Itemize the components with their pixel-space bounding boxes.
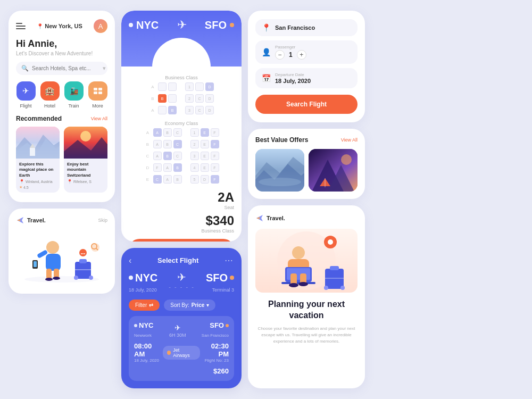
eco-A2[interactable]: B xyxy=(163,128,172,137)
depart-date: 18 July, 2020 xyxy=(129,287,157,293)
more-options-icon[interactable]: ⋯ xyxy=(225,255,234,265)
eco-D4[interactable]: 4 xyxy=(190,163,199,172)
eco-A5[interactable]: E xyxy=(201,128,209,137)
seat-A3[interactable]: 1 xyxy=(185,82,194,91)
seat-B4[interactable]: C xyxy=(195,94,204,103)
sort-button[interactable]: Sort By: Price ▾ xyxy=(164,300,215,311)
eco-C2[interactable]: B xyxy=(163,152,172,160)
arrive-city: SFO xyxy=(206,272,228,284)
svg-point-10 xyxy=(80,131,91,142)
eco-B5[interactable]: E xyxy=(201,140,209,148)
best-value-title: Best Value Offers xyxy=(255,136,308,144)
seat-A5[interactable]: D xyxy=(205,82,214,91)
search-bar[interactable]: 🔍 ▾ xyxy=(16,62,107,75)
select-flight-header: ‹ Select Flight ⋯ xyxy=(129,255,234,265)
flight-list-item[interactable]: NYC Newwork ✈ 6H 30M SFO San Francisco xyxy=(129,316,234,381)
category-more[interactable]: More xyxy=(88,81,107,109)
bv-card-lake[interactable] xyxy=(255,149,304,192)
from-dot xyxy=(129,23,133,27)
fi-plane-icon: ✈ xyxy=(174,323,181,332)
best-value-section: Best Value Offers View All xyxy=(248,129,365,199)
flight-label: Flight xyxy=(20,103,31,109)
fi-to-dot xyxy=(226,324,229,327)
eco-C1[interactable]: A xyxy=(153,152,162,160)
search-input[interactable] xyxy=(32,65,99,71)
seat-C5[interactable]: D xyxy=(205,106,214,114)
svg-point-16 xyxy=(89,276,93,280)
eco-D3[interactable]: B xyxy=(173,163,182,172)
seat-B5[interactable]: D xyxy=(205,94,214,103)
eco-B1[interactable]: A xyxy=(153,140,162,148)
eco-E3[interactable]: B xyxy=(173,175,182,184)
eco-D1[interactable]: F xyxy=(153,163,162,172)
seat-B2[interactable] xyxy=(168,94,177,103)
planning-title: Planning your next vacation xyxy=(255,299,358,321)
column-2: NYC ✈ SFO Business Class A xyxy=(121,11,242,388)
eco-C6[interactable]: F xyxy=(211,152,219,160)
travel-illustration: ••• xyxy=(16,230,107,283)
avatar[interactable]: A xyxy=(94,19,107,33)
filter-button[interactable]: Filter ⇄ xyxy=(129,300,160,311)
eco-E2[interactable]: A xyxy=(163,175,172,184)
eco-E6[interactable]: F xyxy=(211,175,219,184)
fi-duration: 6H 30M xyxy=(169,332,186,338)
eco-B3[interactable]: C xyxy=(173,140,182,148)
checkout-button[interactable]: Checkout xyxy=(129,239,234,242)
seat-B3[interactable]: 2 xyxy=(185,94,194,103)
increase-passenger-button[interactable]: + xyxy=(297,50,306,60)
seat-C4[interactable]: C xyxy=(195,106,204,114)
from-route: NYC xyxy=(129,19,159,31)
seat-A2[interactable] xyxy=(168,82,177,91)
rec-card-sunset[interactable]: Enjoy best mountain Switzerland 📍 Rifels… xyxy=(64,127,107,193)
svg-point-45 xyxy=(328,239,333,245)
seat-C3[interactable]: 3 xyxy=(185,106,194,114)
from-city-label: NYC xyxy=(136,19,159,31)
eco-B6[interactable]: F xyxy=(211,140,219,148)
back-button[interactable]: ‹ xyxy=(129,256,131,265)
svg-point-35 xyxy=(259,178,301,186)
category-flight[interactable]: ✈ Flight xyxy=(16,81,36,109)
view-all-link[interactable]: View All xyxy=(91,116,107,121)
eco-E4[interactable]: 5 xyxy=(190,175,199,184)
category-train[interactable]: 🚂 Train xyxy=(64,81,84,109)
eco-A3[interactable]: C xyxy=(173,128,182,137)
decrease-passenger-button[interactable]: − xyxy=(275,50,285,60)
eco-B4[interactable]: 2 xyxy=(190,140,199,148)
eco-D6[interactable]: F xyxy=(211,163,219,172)
seat-map-card: NYC ✈ SFO Business Class A xyxy=(121,11,242,242)
search-flight-button[interactable]: Search Flight xyxy=(255,95,358,114)
bv-card-mountain[interactable] xyxy=(309,149,358,192)
eco-C5[interactable]: E xyxy=(201,152,209,160)
svg-point-17 xyxy=(74,276,78,280)
flight-to: SFO San Francisco xyxy=(202,321,229,339)
eco-A4[interactable]: 1 xyxy=(190,128,199,137)
seat-C1[interactable] xyxy=(158,106,167,114)
hamburger-menu[interactable] xyxy=(16,23,26,29)
rec-card-alps[interactable]: Explore this magical place on Earth 📍 Wi… xyxy=(16,127,60,193)
departure-field[interactable]: 📅 Departure Date 18 July, 2020 xyxy=(255,68,358,88)
sort-chevron-icon: ▾ xyxy=(206,302,209,308)
brand-header: Travel. Skip xyxy=(16,216,107,225)
skip-button[interactable]: Skip xyxy=(98,218,107,223)
category-hotel[interactable]: 🏨 Hotel xyxy=(40,81,60,109)
best-value-view-all[interactable]: View All xyxy=(341,137,358,143)
greeting-text: Hi Annie, xyxy=(16,38,107,49)
eco-D2[interactable]: A xyxy=(163,163,172,172)
from-field[interactable]: 📍 San Francisco xyxy=(255,19,358,36)
eco-C3[interactable]: C xyxy=(173,152,182,160)
brand-icon xyxy=(16,216,24,225)
eco-A1[interactable]: A xyxy=(153,128,162,137)
eco-C4[interactable]: 3 xyxy=(190,152,199,160)
eco-E5[interactable]: D xyxy=(201,175,209,184)
eco-E1[interactable]: C xyxy=(153,175,162,184)
seat-B1-sel[interactable]: B xyxy=(158,94,167,103)
eco-A6[interactable]: F xyxy=(211,128,219,137)
eco-row-4: D F A B 4 E F xyxy=(129,163,234,172)
seat-C2[interactable]: B xyxy=(168,106,177,114)
eco-B2[interactable]: B xyxy=(163,140,172,148)
passenger-field[interactable]: 👤 Passenger − 1 + xyxy=(255,40,358,64)
seat-A1[interactable] xyxy=(158,82,167,91)
planning-illustration xyxy=(255,229,358,293)
seat-A4[interactable] xyxy=(195,82,204,91)
eco-D5[interactable]: E xyxy=(201,163,209,172)
